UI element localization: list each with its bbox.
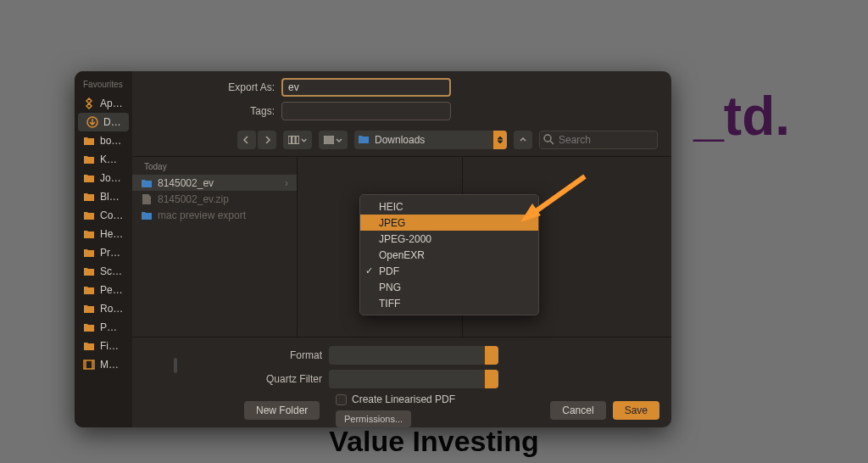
- svg-rect-6: [324, 139, 334, 141]
- format-option-jpeg-2000[interactable]: JPEG-2000: [360, 231, 538, 247]
- tags-input[interactable]: [281, 102, 451, 120]
- folder-icon: [83, 172, 95, 184]
- group-button[interactable]: [319, 131, 348, 149]
- sidebar-item-label: Personal Do…: [100, 284, 124, 296]
- sidebar-item-personal-do-[interactable]: Personal Do…: [75, 281, 132, 299]
- sidebar-item-healthytum-[interactable]: HealthyTum…: [75, 225, 132, 243]
- top-fields: Export As: Tags:: [132, 71, 671, 127]
- sidebar-item-label: Presell Pages: [100, 247, 124, 259]
- format-option-heic[interactable]: HEIC: [360, 198, 538, 215]
- folder-icon: [83, 303, 95, 315]
- sidebar-item-presell-pages[interactable]: Presell Pages: [75, 243, 132, 262]
- sidebar-item-label: Kwebby: [100, 153, 124, 165]
- sidebar-item-downloads[interactable]: Downloads: [78, 113, 129, 131]
- quartz-filter-label: Quartz Filter: [146, 373, 329, 385]
- sidebar-item-scripts[interactable]: Scripts: [75, 262, 132, 281]
- chevron-right-icon: ›: [285, 177, 288, 189]
- export-as-label: Export As:: [146, 81, 281, 93]
- sidebar-item-jokes[interactable]: Jokes: [75, 169, 132, 187]
- file-row[interactable]: 8145002_ev›: [132, 175, 297, 191]
- sidebar-item-label: RocketWeb…: [100, 303, 124, 315]
- folder-icon: [83, 135, 95, 147]
- format-option-label: JPEG: [379, 217, 405, 229]
- svg-rect-3: [292, 136, 296, 143]
- sidebar-item-movies[interactable]: Movies: [75, 355, 132, 374]
- sidebar-item-copyrocket-[interactable]: Copyrocket…: [75, 206, 132, 225]
- sidebar-item-label: Blogs: [100, 191, 124, 203]
- quartz-filter-popup[interactable]: [329, 370, 498, 388]
- folder-icon: [83, 247, 95, 259]
- sidebar-item-pdf-chrom-[interactable]: PDF Chrom…: [75, 318, 132, 337]
- folder-icon: [83, 265, 95, 277]
- search-input[interactable]: [539, 131, 658, 149]
- sidebar-item-label: Scripts: [100, 265, 124, 277]
- search-icon: [543, 134, 554, 148]
- back-button[interactable]: [237, 131, 256, 149]
- folder-icon: [358, 134, 370, 147]
- sidebar-item-applications[interactable]: Applications: [75, 94, 132, 113]
- sidebar-item-kwebby[interactable]: Kwebby: [75, 150, 132, 169]
- folder-icon: [83, 228, 95, 240]
- nav-group: [237, 131, 276, 149]
- file-row[interactable]: 8145002_ev.zip: [132, 191, 297, 207]
- format-option-label: OpenEXR: [379, 249, 425, 261]
- folder-icon: [83, 209, 95, 221]
- format-dropdown: HEICJPEGJPEG-2000OpenEXR✓PDFPNGTIFF: [359, 194, 539, 315]
- sidebar-item-label: HealthyTum…: [100, 228, 124, 240]
- popup-arrows-icon: [493, 131, 507, 149]
- tags-label: Tags:: [146, 105, 281, 117]
- format-option-pdf[interactable]: ✓PDF: [360, 263, 538, 279]
- sidebar-item-label: PDF Chrom…: [100, 321, 124, 333]
- export-as-input[interactable]: [281, 78, 451, 97]
- sidebar-item-blogs[interactable]: Blogs: [75, 187, 132, 206]
- file-row[interactable]: mac preview export: [132, 207, 297, 223]
- svg-line-9: [550, 141, 554, 144]
- cancel-button[interactable]: Cancel: [550, 401, 605, 420]
- browser-column-1: Today 8145002_ev›8145002_ev.zipmac previ…: [132, 157, 298, 337]
- sidebar: Favourites ApplicationsDownloadsbodyfatc…: [75, 71, 132, 427]
- format-popup[interactable]: [329, 346, 498, 365]
- down-icon: [86, 116, 98, 128]
- check-icon: ✓: [365, 265, 373, 276]
- dialog-footer: New Folder Cancel Save: [232, 393, 671, 427]
- svg-rect-2: [288, 136, 292, 143]
- sidebar-header: Favourites: [75, 76, 132, 94]
- location-popup[interactable]: Downloads: [354, 131, 507, 149]
- format-option-tiff[interactable]: TIFF: [360, 295, 538, 311]
- file-row-label: 8145002_ev.zip: [158, 193, 288, 205]
- folder-icon: [141, 177, 153, 189]
- sidebar-item-final-inter[interactable]: Final Inter: [75, 337, 132, 355]
- folder-icon: [83, 340, 95, 352]
- sidebar-item-label: Final Inter: [100, 340, 124, 352]
- sidebar-item-rocketweb-[interactable]: RocketWeb…: [75, 299, 132, 318]
- format-option-label: HEIC: [379, 201, 403, 213]
- format-option-label: JPEG-2000: [379, 233, 431, 245]
- toolbar: Downloads: [132, 127, 671, 157]
- column-header: Today: [132, 160, 297, 175]
- format-option-jpeg[interactable]: JPEG: [360, 215, 538, 231]
- sidebar-item-label: bodyfatcutter: [100, 135, 124, 147]
- format-option-openexr[interactable]: OpenEXR: [360, 247, 538, 263]
- movie-icon: [83, 359, 95, 371]
- folder-icon: [141, 209, 153, 221]
- save-button[interactable]: Save: [613, 401, 659, 420]
- sidebar-item-label: Applications: [100, 98, 124, 109]
- view-columns-button[interactable]: [283, 131, 312, 149]
- format-label: Format: [146, 349, 329, 361]
- forward-button[interactable]: [258, 131, 276, 149]
- format-option-label: PDF: [379, 265, 399, 277]
- file-icon: [141, 193, 153, 205]
- folder-icon: [83, 284, 95, 296]
- sidebar-item-bodyfatcutter[interactable]: bodyfatcutter: [75, 131, 132, 150]
- svg-point-8: [544, 135, 551, 142]
- svg-rect-5: [324, 136, 334, 137]
- folder-icon: [83, 191, 95, 203]
- sidebar-item-label: Downloads: [103, 116, 120, 128]
- location-label: Downloads: [375, 134, 425, 146]
- svg-rect-7: [324, 142, 334, 144]
- format-option-label: PNG: [379, 282, 401, 293]
- format-option-png[interactable]: PNG: [360, 279, 538, 295]
- new-folder-button[interactable]: New Folder: [244, 401, 320, 420]
- folder-icon: [83, 153, 95, 165]
- collapse-button[interactable]: [514, 131, 532, 149]
